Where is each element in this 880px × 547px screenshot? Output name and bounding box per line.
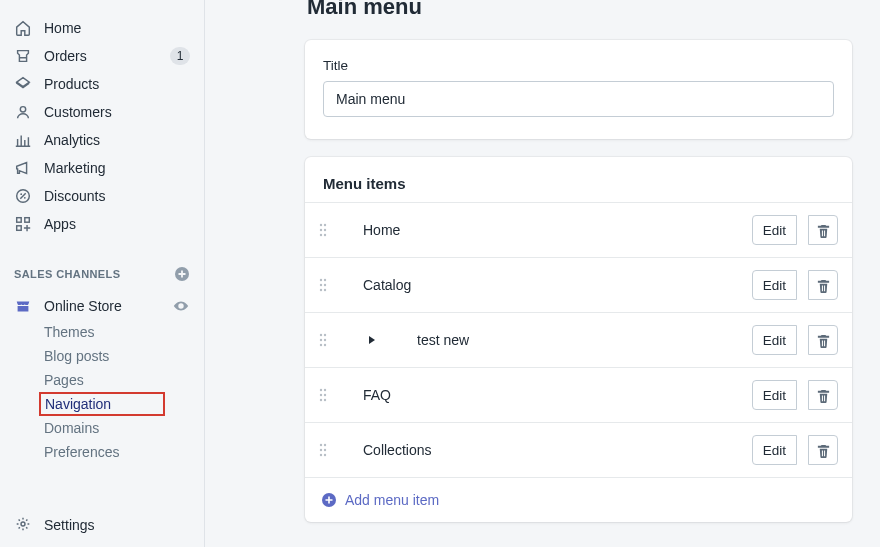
svg-point-9	[24, 197, 26, 199]
add-menu-item-button[interactable]: Add menu item	[305, 477, 852, 522]
menu-item-row: Collections Edit	[305, 422, 852, 477]
drag-handle-icon[interactable]	[319, 278, 327, 292]
sidebar-item-products[interactable]: Products	[0, 70, 204, 98]
subnav: Domains Preferences	[0, 416, 204, 464]
svg-point-6	[20, 107, 25, 112]
edit-button[interactable]: Edit	[752, 435, 797, 465]
section-label: SALES CHANNELS	[14, 268, 120, 280]
delete-button[interactable]	[808, 435, 838, 465]
menu-items-header: Menu items	[305, 157, 852, 202]
sidebar-item-online-store[interactable]: Online Store	[0, 292, 204, 320]
delete-button[interactable]	[808, 325, 838, 355]
drag-handle-icon[interactable]	[319, 333, 327, 347]
menu-item-label: Collections	[363, 442, 740, 458]
section-header: SALES CHANNELS	[0, 264, 204, 284]
delete-button[interactable]	[808, 215, 838, 245]
svg-point-8	[20, 193, 22, 195]
main-content: Main menu Title Menu items Home Edit Cat…	[205, 0, 880, 547]
subnav: Themes Blog posts Pages	[0, 320, 204, 392]
nav-label: Home	[44, 20, 190, 36]
subnav-item-blog-posts[interactable]: Blog posts	[44, 344, 204, 368]
sidebar-item-analytics[interactable]: Analytics	[0, 126, 204, 154]
title-field-label: Title	[323, 58, 834, 73]
products-icon	[14, 75, 32, 93]
svg-rect-10	[17, 218, 22, 223]
menu-item-label: Home	[363, 222, 740, 238]
discounts-icon	[14, 187, 32, 205]
store-icon	[14, 297, 32, 315]
nav-label: Customers	[44, 104, 190, 120]
sidebar-item-marketing[interactable]: Marketing	[0, 154, 204, 182]
svg-point-14	[21, 522, 25, 526]
nav-label: Products	[44, 76, 190, 92]
menu-item-label: Catalog	[363, 277, 740, 293]
menu-item-label: test new	[417, 332, 740, 348]
nav-label: Apps	[44, 216, 190, 232]
menu-item-row: test new Edit	[305, 312, 852, 367]
menu-item-row: Home Edit	[305, 202, 852, 257]
nav-label: Marketing	[44, 160, 190, 176]
customers-icon	[14, 103, 32, 121]
subnav-item-domains[interactable]: Domains	[44, 416, 204, 440]
sidebar-item-apps[interactable]: Apps	[0, 210, 204, 238]
orders-badge: 1	[170, 47, 190, 65]
menu-item-row: FAQ Edit	[305, 367, 852, 422]
sidebar-item-home[interactable]: Home	[0, 14, 204, 42]
expand-caret-icon[interactable]	[367, 335, 377, 345]
edit-button[interactable]: Edit	[752, 215, 797, 245]
apps-icon	[14, 215, 32, 233]
add-channel-icon[interactable]	[174, 266, 190, 282]
nav-label: Analytics	[44, 132, 190, 148]
title-card: Title	[305, 40, 852, 139]
sidebar: Home Orders 1 Products Customers Analyti…	[0, 0, 205, 547]
nav-label: Online Store	[44, 298, 160, 314]
nav-label: Discounts	[44, 188, 190, 204]
sidebar-item-settings[interactable]: Settings	[0, 503, 204, 547]
nav-label: Orders	[44, 48, 158, 64]
gear-icon	[14, 515, 32, 536]
subnav-item-label: Navigation	[45, 396, 111, 412]
delete-button[interactable]	[808, 380, 838, 410]
menu-item-label: FAQ	[363, 387, 740, 403]
settings-label: Settings	[44, 517, 95, 533]
subnav-item-pages[interactable]: Pages	[44, 368, 204, 392]
menu-item-row: Catalog Edit	[305, 257, 852, 312]
page-title: Main menu	[307, 0, 852, 20]
orders-icon	[14, 47, 32, 65]
subnav-item-preferences[interactable]: Preferences	[44, 440, 204, 464]
drag-handle-icon[interactable]	[319, 388, 327, 402]
add-menu-item-label: Add menu item	[345, 492, 439, 508]
plus-circle-icon	[321, 492, 337, 508]
sidebar-item-discounts[interactable]: Discounts	[0, 182, 204, 210]
sidebar-item-orders[interactable]: Orders 1	[0, 42, 204, 70]
eye-icon[interactable]	[172, 297, 190, 315]
analytics-icon	[14, 131, 32, 149]
drag-handle-icon[interactable]	[319, 443, 327, 457]
sidebar-item-customers[interactable]: Customers	[0, 98, 204, 126]
edit-button[interactable]: Edit	[752, 270, 797, 300]
delete-button[interactable]	[808, 270, 838, 300]
title-input[interactable]	[323, 81, 834, 117]
svg-rect-11	[25, 218, 30, 223]
edit-button[interactable]: Edit	[752, 380, 797, 410]
home-icon	[14, 19, 32, 37]
drag-handle-icon[interactable]	[319, 223, 327, 237]
edit-button[interactable]: Edit	[752, 325, 797, 355]
menu-items-card: Menu items Home Edit Catalog Edit	[305, 157, 852, 522]
svg-rect-12	[17, 226, 22, 231]
marketing-icon	[14, 159, 32, 177]
subnav-item-navigation[interactable]: Navigation	[39, 392, 165, 416]
subnav-item-themes[interactable]: Themes	[44, 320, 204, 344]
